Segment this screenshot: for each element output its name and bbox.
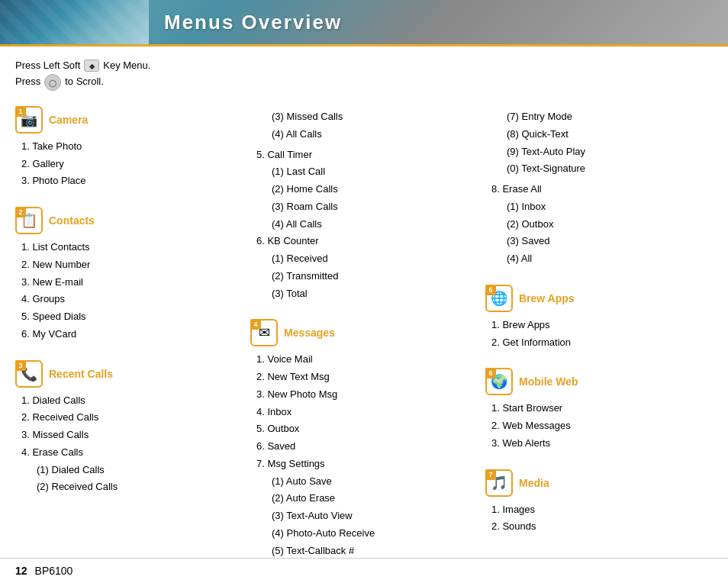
intro-text-4: to Scroll. [65,74,104,90]
list-item: (3) Roam Calls [272,198,470,216]
list-item: 1. Images [491,501,705,519]
main-content: Press Left Soft ◆ Key Menu. Press ◯ to S… [0,47,728,583]
list-item: (4) All Calls [272,126,470,143]
contacts-header: 2 📋 Contacts [15,207,235,234]
list-item: 2. New Number [21,256,235,274]
recent-calls-num: 3 [15,360,26,371]
contacts-title: Contacts [49,214,95,227]
list-item: 2. Get Information [491,334,705,352]
media-header: 7 🎵 Media [485,469,705,497]
camera-items: 1. Take Photo 2. Gallery 3. Photo Place [15,138,235,190]
list-item: (3) Total [272,285,470,303]
brew-apps-num: 5 [485,285,496,295]
recent-calls-icon: 3 📞 [15,360,43,388]
media-icon: 7 🎵 [485,469,513,497]
list-item: (2) Received Calls [37,478,235,496]
camera-num: 1 [15,106,26,117]
erase-all-sub: (1) Inbox (2) Outbox (3) Saved (4) All [491,198,705,268]
messages-header: 4 ✉ Messages [250,319,470,346]
intro-text-3: Press [15,74,40,90]
section-brew-apps: 5 🌐 Brew Apps 1. Brew Apps 2. Get Inform… [485,285,705,352]
erase-calls-sub: (1) Dialed Calls (2) Received Calls [21,462,235,497]
contacts-icon: 2 📋 [15,207,43,234]
column-3: (7) Entry Mode (8) Quick-Text (9) Text-A… [478,58,713,583]
list-item: (3) Missed Calls [272,108,470,126]
intro-line-1: Press Left Soft ◆ Key Menu. [15,58,235,74]
mobile-web-num: 6 [485,368,496,378]
messages-items: 1. Voice Mail 2. New Text Msg 3. New Pho… [250,351,470,577]
list-item: (0) Text-Signature [507,160,705,178]
kb-counter-sub: (1) Received (2) Transmitted (3) Total [256,250,470,302]
list-item: 3. Web Alerts [491,435,705,453]
page-title: Menus Overview [149,11,342,34]
page-number: 12 [15,565,27,577]
brew-apps-icon: 5 🌐 [485,285,513,312]
section-camera: 1 📷 Camera 1. Take Photo 2. Gallery 3. P… [15,106,235,190]
section-media: 7 🎵 Media 1. Images 2. Sounds [485,469,705,536]
list-item: 4. Inbox [256,404,470,421]
list-item: (4) Photo-Auto Receive [272,525,470,543]
mobile-web-icon: 6 🌍 [485,368,513,395]
list-item: (3) Text-Auto View [272,507,470,525]
list-item: 2. Received Calls [21,409,235,427]
recent-calls-cont-items: (3) Missed Calls (4) All Calls 5. Call T… [250,108,470,302]
mobile-web-title: Mobile Web [519,375,578,388]
list-item: 1. List Contacts [21,239,235,256]
list-item: (3) Saved [507,233,705,250]
soft-key-icon: ◆ [84,60,99,72]
missed-calls-sub: (3) Missed Calls (4) All Calls [256,108,470,143]
list-item: (2) Home Calls [272,181,470,198]
column-1: Press Left Soft ◆ Key Menu. Press ◯ to S… [15,58,243,583]
recent-calls-header: 3 📞 Recent Calls [15,360,235,388]
list-item: (4) All [507,250,705,268]
list-item: 6. Saved [256,438,470,456]
messages-num: 4 [250,319,261,330]
section-contacts: 2 📋 Contacts 1. List Contacts 2. New Num… [15,207,235,343]
section-recent-calls-cont: (3) Missed Calls (4) All Calls 5. Call T… [250,108,470,302]
intro-text-1: Press Left Soft [15,58,80,74]
page-footer: 12 BP6100 [0,558,728,583]
list-item: 1. Start Browser [491,400,705,417]
list-item: 3. New E-mail [21,274,235,292]
list-item: (1) Auto Save [272,473,470,491]
list-item: (2) Transmitted [272,268,470,285]
list-item: (5) Text-Callback # [272,543,470,560]
contacts-items: 1. List Contacts 2. New Number 3. New E-… [15,239,235,343]
media-items: 1. Images 2. Sounds [485,501,705,536]
list-item: (4) All Calls [272,216,470,234]
list-item: (1) Last Call [272,163,470,181]
section-messages: 4 ✉ Messages 1. Voice Mail 2. New Text M… [250,319,470,577]
list-item: 1. Dialed Calls [21,392,235,410]
column-2: (3) Missed Calls (4) All Calls 5. Call T… [243,58,478,583]
list-item: 7. Msg Settings [256,456,470,473]
page-header: Menus Overview [0,0,728,44]
list-item: 2. New Text Msg [256,369,470,386]
brew-apps-header: 5 🌐 Brew Apps [485,285,705,312]
scroll-icon: ◯ [44,74,61,91]
list-item: (7) Entry Mode [507,108,705,126]
list-item: 3. Missed Calls [21,427,235,444]
list-item: 3. New Photo Msg [256,386,470,404]
media-title: Media [519,477,549,489]
list-item: (8) Quick-Text [507,126,705,143]
intro-text: Press Left Soft ◆ Key Menu. Press ◯ to S… [15,58,235,91]
list-item: 1. Take Photo [21,138,235,156]
list-item: 1. Brew Apps [491,317,705,334]
section-recent-calls: 3 📞 Recent Calls 1. Dialed Calls 2. Rece… [15,360,235,497]
list-item: (2) Auto Erase [272,490,470,507]
list-item: 5. Outbox [256,420,470,438]
list-item: (9) Text-Auto Play [507,143,705,161]
mobile-web-header: 6 🌍 Mobile Web [485,368,705,395]
list-item: 6. My VCard [21,326,235,343]
section-messages-cont: (7) Entry Mode (8) Quick-Text (9) Text-A… [485,108,705,268]
list-item: 5. Call Timer [256,147,470,164]
camera-header: 1 📷 Camera [15,106,235,134]
list-item: (1) Inbox [507,198,705,216]
list-item: 4. Groups [21,291,235,308]
brew-apps-items: 1. Brew Apps 2. Get Information [485,317,705,352]
list-item: (1) Received [272,250,470,268]
list-item: 3. Photo Place [21,172,235,190]
list-item: 2. Sounds [491,518,705,536]
list-item: 4. Erase Calls [21,444,235,462]
call-timer-sub: (1) Last Call (2) Home Calls (3) Roam Ca… [256,163,470,233]
